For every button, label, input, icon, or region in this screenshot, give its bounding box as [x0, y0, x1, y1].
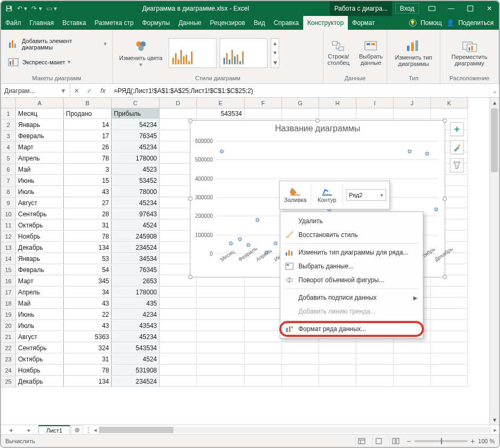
view-normal-icon[interactable]: [355, 436, 367, 446]
row-header[interactable]: 5: [1, 153, 16, 164]
col-header[interactable]: B: [64, 98, 112, 108]
namebox-dropdown-icon[interactable]: ▼: [60, 87, 66, 95]
col-header[interactable]: I: [356, 98, 394, 108]
cell[interactable]: [197, 376, 245, 387]
cell[interactable]: 34: [64, 287, 112, 298]
cell[interactable]: [282, 365, 319, 376]
cell[interactable]: Декабрь: [16, 376, 64, 387]
tell-me-icon[interactable]: 💡: [409, 19, 416, 27]
cell[interactable]: 78000: [112, 187, 160, 197]
row-header[interactable]: 8: [1, 187, 16, 198]
tab-help[interactable]: Справка: [270, 16, 303, 30]
cell[interactable]: 78: [64, 231, 112, 242]
row-header[interactable]: 6: [1, 164, 16, 175]
tab-view[interactable]: Вид: [249, 16, 270, 30]
cell[interactable]: Февраль: [16, 265, 64, 275]
cell[interactable]: [245, 276, 282, 286]
cell[interactable]: 543534: [112, 343, 160, 353]
cell[interactable]: 4524: [112, 220, 160, 231]
row-header[interactable]: 19: [1, 309, 16, 320]
cell[interactable]: 5363: [64, 332, 112, 342]
cell[interactable]: 2653: [112, 276, 160, 286]
ribbon-display-icon[interactable]: [422, 1, 441, 16]
cell[interactable]: Июль: [16, 320, 64, 331]
cell[interactable]: [319, 365, 356, 376]
cell[interactable]: [394, 108, 431, 119]
cell[interactable]: Май: [16, 298, 64, 309]
select-all-corner[interactable]: [1, 98, 16, 108]
cell[interactable]: 4524: [112, 354, 160, 365]
tab-review[interactable]: Рецензиров: [206, 16, 249, 30]
cell[interactable]: 134: [64, 376, 112, 387]
row-header[interactable]: 2: [1, 120, 16, 131]
zoom-in-button[interactable]: +: [471, 437, 475, 445]
cell[interactable]: [245, 376, 282, 387]
col-header[interactable]: E: [197, 98, 245, 108]
change-colors-button[interactable]: Изменить цвета▼: [116, 38, 165, 69]
cell[interactable]: 17: [64, 131, 112, 141]
formula-input[interactable]: =РЯД(;Лист1!$A$1:$A$25;Лист1!$C$1:$C$25;…: [111, 84, 489, 97]
hscrollbar-thumb[interactable]: [99, 427, 173, 433]
name-box[interactable]: Диаграм...▼: [1, 84, 70, 97]
cell[interactable]: [431, 320, 468, 331]
gallery-up-icon[interactable]: ▴: [271, 39, 279, 48]
cell[interactable]: [160, 376, 197, 387]
cell[interactable]: [160, 365, 197, 376]
cell[interactable]: [282, 108, 319, 119]
cell[interactable]: 45234: [112, 142, 160, 153]
cell[interactable]: Январь: [16, 120, 64, 130]
view-page-layout-icon[interactable]: [372, 436, 384, 446]
cell[interactable]: 531908: [112, 365, 160, 376]
cell[interactable]: [356, 376, 394, 387]
touch-icon[interactable]: ▭ ▾: [46, 5, 57, 12]
cell[interactable]: [160, 309, 197, 320]
cell[interactable]: [431, 108, 468, 119]
col-header[interactable]: K: [431, 98, 468, 108]
cell[interactable]: Месяц: [16, 108, 64, 119]
cell[interactable]: [282, 343, 319, 353]
cell[interactable]: [431, 287, 468, 298]
cell[interactable]: [431, 309, 468, 320]
cell[interactable]: [197, 343, 245, 353]
row-header[interactable]: 10: [1, 209, 16, 220]
cell[interactable]: 324: [64, 343, 112, 353]
cell[interactable]: Ноябрь: [16, 365, 64, 376]
cell[interactable]: [431, 376, 468, 387]
col-header[interactable]: H: [319, 98, 356, 108]
cell[interactable]: [197, 365, 245, 376]
zoom-out-button[interactable]: −: [406, 437, 411, 445]
cell[interactable]: 28: [64, 209, 112, 219]
col-header[interactable]: J: [394, 98, 431, 108]
cell[interactable]: [245, 332, 282, 342]
row-header[interactable]: 7: [1, 175, 16, 187]
row-header[interactable]: 18: [1, 298, 16, 309]
cell[interactable]: [319, 108, 356, 119]
cell[interactable]: [197, 287, 245, 298]
cell[interactable]: Июль: [16, 187, 64, 197]
row-header[interactable]: 25: [1, 376, 16, 387]
cell[interactable]: Продано: [64, 108, 112, 119]
cell[interactable]: 27: [64, 198, 112, 208]
cancel-formula-icon[interactable]: ✕: [70, 84, 83, 97]
cell[interactable]: Октябрь: [16, 354, 64, 365]
row-header[interactable]: 16: [1, 276, 16, 287]
cell[interactable]: [431, 343, 468, 353]
row-header[interactable]: 11: [1, 220, 16, 231]
cell[interactable]: 31: [64, 354, 112, 365]
cell[interactable]: [431, 332, 468, 342]
cell[interactable]: [356, 354, 394, 365]
insert-function-button[interactable]: fx: [96, 84, 111, 97]
cell[interactable]: 43: [64, 298, 112, 309]
cell[interactable]: [197, 309, 245, 320]
row-header[interactable]: 4: [1, 142, 16, 153]
row-header[interactable]: 22: [1, 343, 16, 354]
cell[interactable]: Прибыль: [112, 108, 160, 119]
cell[interactable]: 435: [112, 298, 160, 309]
tab-home[interactable]: Главная: [26, 16, 59, 30]
tab-pagelayout[interactable]: Разметка стр: [90, 16, 138, 30]
cell[interactable]: [245, 343, 282, 353]
cell[interactable]: Август: [16, 332, 64, 342]
row-header[interactable]: 15: [1, 265, 16, 276]
chart-styles-button[interactable]: [450, 140, 464, 154]
sheet-nav-first-icon[interactable]: ◂: [9, 426, 12, 434]
